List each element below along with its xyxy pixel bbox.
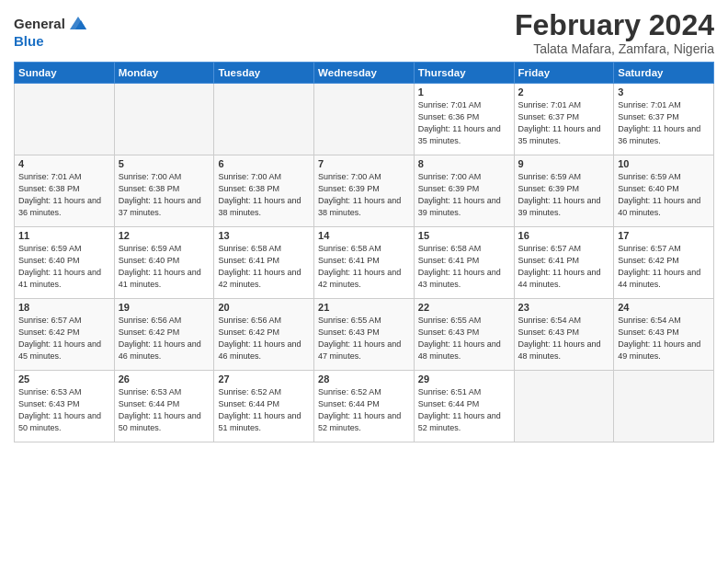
day-info: Sunrise: 6:52 AM Sunset: 6:44 PM Dayligh… xyxy=(318,386,410,434)
day-info: Sunrise: 7:00 AM Sunset: 6:39 PM Dayligh… xyxy=(418,171,510,219)
day-info: Sunrise: 7:00 AM Sunset: 6:39 PM Dayligh… xyxy=(318,171,410,219)
calendar-cell: 8Sunrise: 7:00 AM Sunset: 6:39 PM Daylig… xyxy=(414,155,514,227)
calendar-cell: 2Sunrise: 7:01 AM Sunset: 6:37 PM Daylig… xyxy=(514,84,614,155)
calendar-cell: 6Sunrise: 7:00 AM Sunset: 6:38 PM Daylig… xyxy=(214,155,314,227)
calendar-cell xyxy=(614,371,714,442)
calendar-cell: 27Sunrise: 6:52 AM Sunset: 6:44 PM Dayli… xyxy=(214,371,314,442)
calendar-cell: 21Sunrise: 6:55 AM Sunset: 6:43 PM Dayli… xyxy=(314,299,415,371)
logo-general-text: General xyxy=(14,16,65,31)
calendar-cell: 25Sunrise: 6:53 AM Sunset: 6:43 PM Dayli… xyxy=(15,371,115,442)
day-info: Sunrise: 6:58 AM Sunset: 6:41 PM Dayligh… xyxy=(418,243,510,291)
day-info: Sunrise: 6:55 AM Sunset: 6:43 PM Dayligh… xyxy=(318,315,410,362)
calendar-cell: 18Sunrise: 6:57 AM Sunset: 6:42 PM Dayli… xyxy=(15,299,115,371)
calendar-cell: 1Sunrise: 7:01 AM Sunset: 6:36 PM Daylig… xyxy=(414,84,514,155)
calendar-cell: 19Sunrise: 6:56 AM Sunset: 6:42 PM Dayli… xyxy=(114,299,214,371)
page-subtitle: Talata Mafara, Zamfara, Nigeria xyxy=(515,41,714,56)
calendar-header-thursday: Thursday xyxy=(414,63,514,84)
day-info: Sunrise: 6:51 AM Sunset: 6:44 PM Dayligh… xyxy=(418,386,510,434)
day-number: 27 xyxy=(218,373,310,385)
day-info: Sunrise: 6:53 AM Sunset: 6:44 PM Dayligh… xyxy=(119,386,210,434)
day-number: 28 xyxy=(318,373,410,385)
calendar-header-friday: Friday xyxy=(514,63,614,84)
day-number: 4 xyxy=(18,158,110,169)
day-info: Sunrise: 6:59 AM Sunset: 6:40 PM Dayligh… xyxy=(18,243,110,291)
calendar-cell: 20Sunrise: 6:56 AM Sunset: 6:42 PM Dayli… xyxy=(214,299,314,371)
day-info: Sunrise: 7:00 AM Sunset: 6:38 PM Dayligh… xyxy=(119,171,210,219)
calendar-week-2: 4Sunrise: 7:01 AM Sunset: 6:38 PM Daylig… xyxy=(15,155,714,227)
day-info: Sunrise: 6:55 AM Sunset: 6:43 PM Dayligh… xyxy=(418,315,510,362)
calendar-cell xyxy=(15,84,115,155)
day-number: 20 xyxy=(218,302,310,313)
day-number: 25 xyxy=(18,373,110,385)
calendar-cell: 28Sunrise: 6:52 AM Sunset: 6:44 PM Dayli… xyxy=(314,371,415,442)
day-number: 21 xyxy=(318,302,410,313)
day-number: 5 xyxy=(119,158,210,169)
day-number: 18 xyxy=(18,302,110,313)
page-title: February 2024 xyxy=(515,9,714,41)
calendar-cell: 11Sunrise: 6:59 AM Sunset: 6:40 PM Dayli… xyxy=(15,227,115,299)
logo-blue-text: Blue xyxy=(14,33,44,49)
day-number: 9 xyxy=(518,158,610,169)
calendar-table: SundayMondayTuesdayWednesdayThursdayFrid… xyxy=(14,62,714,442)
calendar-header-saturday: Saturday xyxy=(614,63,714,84)
calendar-cell xyxy=(214,84,314,155)
day-number: 2 xyxy=(518,86,610,98)
day-info: Sunrise: 7:01 AM Sunset: 6:38 PM Dayligh… xyxy=(18,171,110,219)
calendar-cell: 9Sunrise: 6:59 AM Sunset: 6:39 PM Daylig… xyxy=(514,155,614,227)
calendar-cell: 5Sunrise: 7:00 AM Sunset: 6:38 PM Daylig… xyxy=(114,155,214,227)
calendar-cell: 13Sunrise: 6:58 AM Sunset: 6:41 PM Dayli… xyxy=(214,227,314,299)
page-container: General Blue February 2024 Talata Mafara… xyxy=(0,0,728,450)
day-number: 19 xyxy=(119,302,210,313)
logo: General Blue xyxy=(14,13,88,49)
day-info: Sunrise: 6:59 AM Sunset: 6:40 PM Dayligh… xyxy=(618,171,710,219)
day-number: 11 xyxy=(18,230,110,241)
day-number: 3 xyxy=(618,86,710,98)
day-info: Sunrise: 7:01 AM Sunset: 6:37 PM Dayligh… xyxy=(518,99,610,147)
day-info: Sunrise: 7:01 AM Sunset: 6:37 PM Dayligh… xyxy=(618,99,710,147)
day-info: Sunrise: 6:54 AM Sunset: 6:43 PM Dayligh… xyxy=(618,315,710,362)
calendar-week-1: 1Sunrise: 7:01 AM Sunset: 6:36 PM Daylig… xyxy=(15,84,714,155)
day-number: 24 xyxy=(618,302,710,313)
calendar-cell: 14Sunrise: 6:58 AM Sunset: 6:41 PM Dayli… xyxy=(314,227,415,299)
calendar-cell xyxy=(314,84,415,155)
calendar-cell: 10Sunrise: 6:59 AM Sunset: 6:40 PM Dayli… xyxy=(614,155,714,227)
day-info: Sunrise: 6:57 AM Sunset: 6:42 PM Dayligh… xyxy=(18,315,110,362)
calendar-cell: 24Sunrise: 6:54 AM Sunset: 6:43 PM Dayli… xyxy=(614,299,714,371)
calendar-header-row: SundayMondayTuesdayWednesdayThursdayFrid… xyxy=(15,63,714,84)
day-number: 16 xyxy=(518,230,610,241)
calendar-week-5: 25Sunrise: 6:53 AM Sunset: 6:43 PM Dayli… xyxy=(15,371,714,442)
day-number: 12 xyxy=(119,230,210,241)
day-number: 26 xyxy=(119,373,210,385)
calendar-header-wednesday: Wednesday xyxy=(314,63,415,84)
day-number: 1 xyxy=(418,86,510,98)
calendar-cell: 3Sunrise: 7:01 AM Sunset: 6:37 PM Daylig… xyxy=(614,84,714,155)
calendar-cell: 16Sunrise: 6:57 AM Sunset: 6:41 PM Dayli… xyxy=(514,227,614,299)
calendar-cell xyxy=(114,84,214,155)
calendar-header-sunday: Sunday xyxy=(15,63,115,84)
calendar-cell: 17Sunrise: 6:57 AM Sunset: 6:42 PM Dayli… xyxy=(614,227,714,299)
day-info: Sunrise: 6:54 AM Sunset: 6:43 PM Dayligh… xyxy=(518,315,610,362)
calendar-cell: 12Sunrise: 6:59 AM Sunset: 6:40 PM Dayli… xyxy=(114,227,214,299)
calendar-cell: 26Sunrise: 6:53 AM Sunset: 6:44 PM Dayli… xyxy=(114,371,214,442)
day-number: 10 xyxy=(618,158,710,169)
calendar-cell: 23Sunrise: 6:54 AM Sunset: 6:43 PM Dayli… xyxy=(514,299,614,371)
day-number: 22 xyxy=(418,302,510,313)
calendar-cell: 22Sunrise: 6:55 AM Sunset: 6:43 PM Dayli… xyxy=(414,299,514,371)
day-info: Sunrise: 6:57 AM Sunset: 6:42 PM Dayligh… xyxy=(618,243,710,291)
calendar-cell: 4Sunrise: 7:01 AM Sunset: 6:38 PM Daylig… xyxy=(15,155,115,227)
calendar-cell: 15Sunrise: 6:58 AM Sunset: 6:41 PM Dayli… xyxy=(414,227,514,299)
logo-icon xyxy=(68,13,88,33)
day-info: Sunrise: 6:52 AM Sunset: 6:44 PM Dayligh… xyxy=(218,386,310,434)
calendar-cell: 29Sunrise: 6:51 AM Sunset: 6:44 PM Dayli… xyxy=(414,371,514,442)
day-info: Sunrise: 7:00 AM Sunset: 6:38 PM Dayligh… xyxy=(218,171,310,219)
day-info: Sunrise: 6:58 AM Sunset: 6:41 PM Dayligh… xyxy=(218,243,310,291)
calendar-week-4: 18Sunrise: 6:57 AM Sunset: 6:42 PM Dayli… xyxy=(15,299,714,371)
calendar-header-monday: Monday xyxy=(114,63,214,84)
day-info: Sunrise: 6:57 AM Sunset: 6:41 PM Dayligh… xyxy=(518,243,610,291)
header-row: General Blue February 2024 Talata Mafara… xyxy=(14,9,714,56)
day-number: 23 xyxy=(518,302,610,313)
day-info: Sunrise: 6:56 AM Sunset: 6:42 PM Dayligh… xyxy=(119,315,210,362)
day-number: 15 xyxy=(418,230,510,241)
day-info: Sunrise: 6:56 AM Sunset: 6:42 PM Dayligh… xyxy=(218,315,310,362)
calendar-week-3: 11Sunrise: 6:59 AM Sunset: 6:40 PM Dayli… xyxy=(15,227,714,299)
